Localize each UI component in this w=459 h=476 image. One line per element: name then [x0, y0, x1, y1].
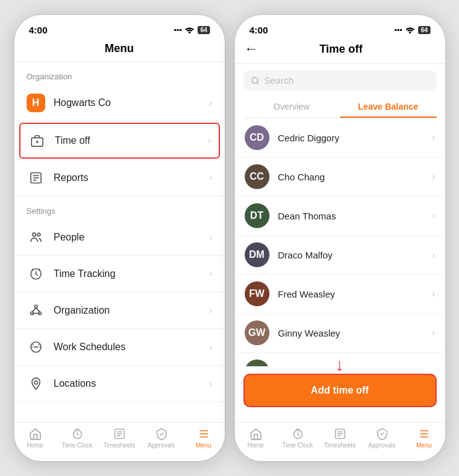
back-button[interactable]: ←: [245, 41, 258, 57]
people-chevron-icon: ›: [209, 232, 212, 243]
add-timeoff-button-wrap: ↓ Add time off: [235, 366, 445, 422]
timeoff-icon: [28, 131, 46, 150]
approvals-icon-right: [375, 428, 389, 440]
home-icon: [28, 428, 42, 440]
status-bar-left: 4:00 ▪▪▪ 64: [14, 15, 225, 37]
person-name-dean: Dean Thomas: [278, 211, 432, 221]
menu-item-timetracking[interactable]: Time Tracking ›: [14, 256, 225, 293]
nav-menu-left[interactable]: Menu: [183, 428, 225, 449]
menu-item-timeoff[interactable]: Time off ›: [19, 123, 220, 159]
timetracking-icon: [27, 265, 45, 283]
nav-menu-label-right: Menu: [416, 442, 432, 449]
menu-content: Organization H Hogwarts Co › Time off: [14, 62, 225, 422]
nav-home-label-right: Home: [247, 442, 264, 449]
hogwarts-icon: H: [27, 94, 45, 112]
nav-menu-right[interactable]: Menu: [403, 428, 445, 449]
bottom-nav-left: Home Time Clock Timesheets Approvals: [14, 422, 225, 461]
timeclock-icon-right: [291, 428, 305, 440]
tab-overview[interactable]: Overview: [243, 97, 340, 118]
nav-menu-label-left: Menu: [196, 442, 211, 449]
nav-home-left[interactable]: Home: [14, 428, 56, 449]
nav-approvals-right[interactable]: Approvals: [361, 428, 403, 449]
nav-timesheets-left[interactable]: Timesheets: [98, 428, 141, 449]
avatar-dean: DT: [245, 203, 269, 228]
reports-label: Reports: [54, 172, 209, 183]
svg-point-9: [37, 233, 40, 236]
status-time-right: 4:00: [250, 25, 268, 35]
timeoff-chevron-icon: ›: [208, 135, 211, 146]
reports-chevron-icon: ›: [209, 172, 212, 183]
avatar-ginny: GW: [245, 320, 269, 345]
person-item-cedric[interactable]: CD Cedric Diggory ›: [235, 118, 445, 157]
menu-item-locations[interactable]: Locations ›: [14, 366, 225, 402]
org-section-label: Organization: [14, 62, 225, 85]
home-icon-right: [249, 428, 263, 440]
wifi-icon-right: [405, 26, 415, 33]
battery-icon: 64: [198, 26, 209, 34]
svg-line-34: [256, 82, 258, 84]
menu-item-reports[interactable]: Reports ›: [14, 160, 225, 196]
status-icons-right: ▪▪▪ 64: [395, 25, 431, 34]
menu-item-organization[interactable]: Organization ›: [14, 293, 225, 329]
nav-approvals-label-right: Approvals: [368, 442, 395, 449]
search-bar[interactable]: Search: [243, 70, 437, 90]
person-list: CD Cedric Diggory › CC Cho Chang › DT De…: [235, 118, 445, 366]
svg-line-14: [32, 308, 35, 312]
person-item-dean[interactable]: DT Dean Thomas ›: [235, 196, 445, 236]
nav-approvals-label-left: Approvals: [147, 442, 175, 449]
person-item-fred[interactable]: FW Fred Weasley ›: [235, 275, 445, 314]
status-bar-right: 4:00 ▪▪▪ 64: [235, 15, 445, 37]
organization-icon: [27, 301, 45, 320]
locations-icon: [27, 374, 45, 393]
person-item-ginny[interactable]: GW Ginny Weasley ›: [235, 314, 445, 353]
menu-item-workschedules[interactable]: Work Schedules ›: [14, 329, 225, 366]
nav-timeclock-label-right: Time Clock: [282, 442, 313, 449]
locations-chevron-icon: ›: [209, 378, 212, 389]
timeclock-icon-left: [71, 428, 84, 440]
nav-timesheets-label-left: Timesheets: [103, 442, 135, 449]
person-item-draco[interactable]: DM Draco Malfoy ›: [235, 236, 445, 275]
add-timeoff-button[interactable]: Add time off: [243, 374, 437, 407]
battery-icon-right: 64: [418, 26, 430, 34]
avatar-fred: FW: [245, 281, 269, 306]
people-icon: [27, 228, 45, 247]
locations-label: Locations: [54, 378, 209, 389]
menu-item-people[interactable]: People ›: [14, 219, 225, 256]
nav-home-label-left: Home: [27, 442, 43, 449]
nav-timesheets-right[interactable]: Timesheets: [319, 428, 361, 449]
status-icons-left: ▪▪▪ 64: [174, 25, 210, 34]
timesheets-icon-left: [113, 428, 126, 440]
nav-timesheets-label-right: Timesheets: [324, 442, 356, 449]
svg-point-11: [34, 305, 37, 308]
nav-home-right[interactable]: Home: [235, 428, 277, 449]
svg-point-32: [409, 32, 411, 33]
right-phone: 4:00 ▪▪▪ 64 ← Time off Search Overvie: [235, 15, 445, 461]
workschedules-label: Work Schedules: [54, 342, 209, 353]
person-item-cho[interactable]: CC Cho Chang ›: [235, 157, 445, 196]
red-arrow-indicator: ↓: [336, 355, 344, 375]
search-placeholder: Search: [264, 75, 294, 86]
person-name-cho: Cho Chang: [278, 172, 432, 182]
timeoff-page-title: Time off: [266, 43, 417, 56]
hogwarts-label: Hogwarts Co: [54, 97, 209, 108]
svg-line-15: [36, 308, 40, 312]
svg-point-0: [189, 32, 191, 33]
wifi-icon: [185, 26, 195, 33]
people-label: People: [54, 232, 209, 243]
timeoff-header: ← Time off: [235, 37, 445, 64]
left-phone: 4:00 ▪▪▪ 64 Menu Organization H Hogwarts…: [14, 15, 225, 461]
workschedules-icon: [27, 338, 45, 356]
nav-timeclock-right[interactable]: Time Clock: [277, 428, 319, 449]
status-time-left: 4:00: [29, 25, 48, 35]
tab-leavebalance[interactable]: Leave Balance: [340, 97, 437, 118]
person-name-draco: Draco Malfoy: [278, 250, 432, 260]
svg-point-23: [34, 381, 38, 384]
nav-timeclock-label-left: Time Clock: [62, 442, 93, 449]
bottom-nav-right: Home Time Clock Timesheets Approvals: [235, 422, 445, 461]
nav-timeclock-left[interactable]: Time Clock: [56, 428, 98, 449]
menu-item-hogwarts[interactable]: H Hogwarts Co ›: [14, 85, 225, 121]
signal-icon: ▪▪▪: [174, 25, 182, 34]
approvals-icon-left: [155, 428, 168, 440]
nav-approvals-left[interactable]: Approvals: [141, 428, 183, 449]
person-name-cedric: Cedric Diggory: [278, 133, 432, 143]
